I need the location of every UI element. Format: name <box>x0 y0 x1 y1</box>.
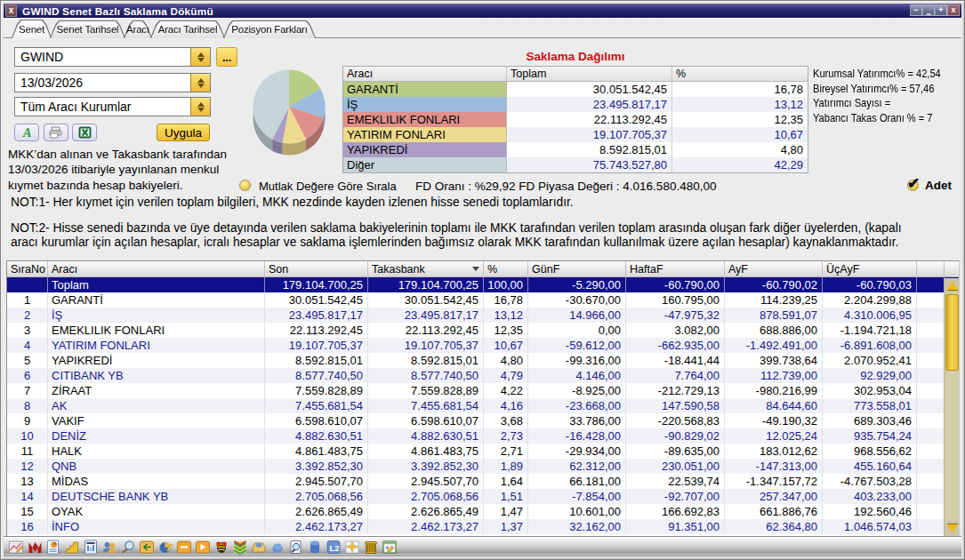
font-button[interactable]: A <box>14 124 39 141</box>
cell-value: 19.107.705,37 <box>368 338 484 353</box>
grid-row-YAPIKREDİ[interactable]: 5YAPIKREDİ8.592.815,018.592.815,014,80-9… <box>7 353 959 368</box>
cell-value: 66.181,00 <box>528 474 626 489</box>
cell-value: 4.146,00 <box>528 368 626 383</box>
grid-row-İŞ[interactable]: 2İŞ23.495.817,1723.495.817,1713,1214.966… <box>7 308 959 323</box>
saklama-pct: 13,12 <box>672 97 808 112</box>
tab-pozisyon-farklar-[interactable]: Pozisyon Farkları <box>223 20 316 38</box>
tab-arac-[interactable]: Aracı <box>124 20 152 38</box>
grid-row-İNFO[interactable]: 16İNFO2.462.173,272.462.173,271,3732.162… <box>7 519 959 534</box>
document-chart-icon[interactable] <box>82 539 100 555</box>
inbox-icon[interactable] <box>250 539 268 555</box>
vertical-scrollbar[interactable] <box>944 278 959 536</box>
print-button[interactable] <box>44 124 68 141</box>
magnifier-icon[interactable] <box>119 539 137 555</box>
sort-radio[interactable] <box>239 180 251 191</box>
chart-pencil-icon[interactable] <box>7 539 25 555</box>
cell-value: 4.861.483,75 <box>368 444 484 459</box>
cell-value: 114.239,25 <box>725 292 823 308</box>
grid-row-HALK[interactable]: 11HALK4.861.483,754.861.483,752,71-29.93… <box>7 444 959 459</box>
grid-row-CITIBANK YB[interactable]: 6CITIBANK YB8.577.740,508.577.740,504,79… <box>7 368 959 383</box>
l2-icon[interactable]: L2 <box>325 539 342 555</box>
gold-trash-icon[interactable] <box>362 539 380 555</box>
grid-row-ZİRAAT[interactable]: 7ZİRAAT7.559.828,897.559.828,894,22-8.92… <box>7 383 959 398</box>
grid-col-Son[interactable]: Son <box>265 261 368 276</box>
import-arrow-icon[interactable] <box>138 539 156 555</box>
date-combo[interactable]: 13/03/2026 <box>14 73 211 92</box>
close-left-button[interactable]: x <box>5 4 17 17</box>
play-box-icon[interactable] <box>194 539 212 555</box>
symbol-combo[interactable]: GWIND <box>14 47 211 67</box>
fd-text: FD Oranı : %29,92 FD Piyasa Değeri : 4.0… <box>415 180 716 193</box>
tab-arac-tarihsel[interactable]: Aracı Tarihsel <box>150 20 225 38</box>
adet-checkbox[interactable]: ✔ <box>907 180 919 191</box>
cell-value: 7.559.828,89 <box>368 383 484 398</box>
tab-senet[interactable]: Senet <box>12 20 52 38</box>
cell-value: 3,68 <box>484 413 528 428</box>
symbol-combo-spinner[interactable] <box>190 48 210 66</box>
blue-blob-icon[interactable] <box>269 539 286 555</box>
grid-row-OYAK[interactable]: 15OYAK2.626.865,492.626.865,491,4710.601… <box>7 504 959 519</box>
grid-row-DENİZ[interactable]: 10DENİZ4.882.630,514.882.630,512,73-16.4… <box>7 428 959 444</box>
grid-col-GünF[interactable]: GünF <box>528 261 626 276</box>
grid-col-AyF[interactable]: AyF <box>725 261 823 276</box>
close-button[interactable]: x <box>947 4 960 16</box>
matriks-m-icon[interactable] <box>26 539 44 555</box>
stairs-icon[interactable] <box>63 539 81 555</box>
cell-no: 16 <box>7 519 48 534</box>
sparkle-chart-icon[interactable] <box>343 539 361 555</box>
scroll-up-button[interactable] <box>945 278 960 292</box>
maximize-button[interactable]: + <box>935 4 947 16</box>
chevrons-icon[interactable] <box>231 539 249 555</box>
minimize-button[interactable]: − <box>910 4 922 16</box>
report-pie-icon[interactable] <box>44 539 62 555</box>
grid-row-DEUTSCHE BANK YB[interactable]: 14DEUTSCHE BANK YB2.705.068,562.705.068,… <box>7 489 959 504</box>
grid-col-Aracı[interactable]: Aracı <box>48 261 265 276</box>
grid-row-MİDAS[interactable]: 13MİDAS2.945.507,702.945.507,701,6466.18… <box>7 474 959 489</box>
grid-row-QNB[interactable]: 12QNB3.392.852,303.392.852,301,8962.312,… <box>7 459 959 474</box>
sort-arrow-icon <box>472 267 479 271</box>
tab-senet-tarihsel[interactable]: Senet Tarihsel <box>50 20 125 38</box>
scroll-thumb[interactable] <box>945 294 959 371</box>
scroll-down-button[interactable] <box>945 521 960 535</box>
grid-row-Toplam[interactable]: Toplam179.104.700,25179.104.700,25100,00… <box>7 277 959 292</box>
grid-col-%[interactable]: % <box>484 261 528 276</box>
grid-row-YATIRIM FONLARI[interactable]: 4YATIRIM FONLARI19.107.705,3719.107.705,… <box>7 338 959 353</box>
spin-up-icon <box>197 78 205 83</box>
minus-box-icon[interactable] <box>175 539 193 555</box>
date-combo-spinner[interactable] <box>190 74 210 92</box>
saklama-name: YATIRIM FONLARI <box>343 127 507 142</box>
saklama-name: Diğer <box>343 157 507 172</box>
cell-value: 1,89 <box>484 459 528 474</box>
restore-button[interactable]: ‗ <box>922 4 935 16</box>
cell-value <box>917 489 945 504</box>
broker-combo-spinner[interactable] <box>190 98 210 116</box>
broker-combo-value: Tüm Aracı Kurumlar <box>15 100 190 114</box>
bee-icon[interactable] <box>213 539 230 555</box>
cell-value: -92.707,00 <box>626 489 725 504</box>
saklama-row: YATIRIM FONLARI19.107.705,3710,67 <box>343 127 808 142</box>
excel-button[interactable] <box>72 124 97 141</box>
broker-combo[interactable]: Tüm Aracı Kurumlar <box>14 97 211 116</box>
cell-value <box>917 504 945 519</box>
database-icon[interactable] <box>306 539 324 555</box>
cell-value <box>917 383 945 398</box>
grid-row-EMEKLILIK FONLARI[interactable]: 3EMEKLILIK FONLARI22.113.292,4522.113.29… <box>7 323 959 338</box>
grid-col-filler[interactable] <box>917 261 945 276</box>
draw-swirl-icon[interactable] <box>157 539 174 555</box>
grid-row-AK[interactable]: 8AK7.455.681,547.455.681,544,16-23.668,0… <box>7 398 959 413</box>
cell-value: 689.303,46 <box>823 413 917 428</box>
users-icon[interactable] <box>101 539 118 555</box>
apply-button[interactable]: Uygula <box>157 124 210 141</box>
doc-search-icon[interactable] <box>287 539 305 555</box>
grid-row-VAKIF[interactable]: 9VAKIF6.598.610,076.598.610,073,6833.786… <box>7 413 959 428</box>
window-edit-icon[interactable] <box>381 539 398 555</box>
grid-col-SıraNo[interactable]: SıraNo <box>7 261 48 276</box>
tab-label: Senet <box>12 24 52 35</box>
grid-row-GARANTİ[interactable]: 1GARANTİ30.051.542,4530.051.542,4516,78-… <box>7 292 959 308</box>
symbol-browse-button[interactable]: ... <box>216 47 237 67</box>
grid-col-HaftaF[interactable]: HaftaF <box>626 261 725 276</box>
cell-no: 3 <box>7 323 48 338</box>
grid-col-Takasbank[interactable]: Takasbank <box>368 261 484 276</box>
note-1: NOT:1- Her kıymet için verilen toplam bi… <box>11 196 957 209</box>
grid-col-ÜçAyF[interactable]: ÜçAyF <box>823 261 917 276</box>
